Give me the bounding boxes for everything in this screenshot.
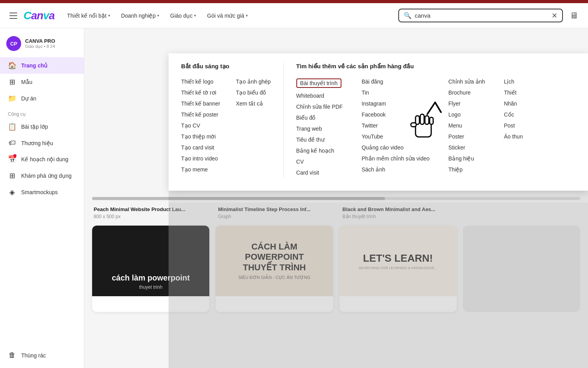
menu-item-poster[interactable]: Poster xyxy=(448,131,485,142)
user-info: CANVA PRO Giáo dục • 8 24 xyxy=(25,38,78,49)
hamburger-line xyxy=(9,15,17,16)
trash-icon: 🗑 xyxy=(8,351,16,359)
menu-item-ao-thun[interactable]: Áo thun xyxy=(504,131,523,142)
menu-item-thiet-ke-to-roi[interactable]: Thiết kế tờ rơi xyxy=(181,87,220,98)
menu-item-thiet-ke-banner[interactable]: Thiết kế banner xyxy=(181,98,220,109)
nav-goi-gia[interactable]: Gói và mức giá ▾ xyxy=(202,9,252,22)
product-col-3: Bài thuyết trình Whiteboard Chỉnh sửa fi… xyxy=(296,76,343,178)
nav-giao-duc[interactable]: Giáo dục ▾ xyxy=(165,9,201,22)
menu-item-tao-cv[interactable]: Tạo CV xyxy=(181,120,220,131)
menu-col-2: Tạo ảnh ghép Tạo biểu đồ Xem tất cả xyxy=(236,76,271,175)
hamburger-line xyxy=(9,18,17,19)
sidebar: CP CANVA PRO Giáo dục • 8 24 🏠 Trang chủ… xyxy=(0,28,84,368)
search-input[interactable] xyxy=(415,12,552,19)
menu-item-menu[interactable]: Menu xyxy=(448,120,485,131)
search-clear-button[interactable]: ✕ xyxy=(552,12,557,19)
hamburger-line xyxy=(9,13,17,13)
menu-item-twitter[interactable]: Twitter xyxy=(361,120,429,131)
menu-item-instagram[interactable]: Instagram xyxy=(361,98,429,109)
sidebar-item-thuong-hieu[interactable]: 🏷 Thương hiệu xyxy=(0,135,84,151)
menu-item-sticker[interactable]: Sticker xyxy=(448,142,485,153)
menu-item-chinh-sua-pdf[interactable]: Chỉnh sửa file PDF xyxy=(296,101,343,112)
nav-doanh-nghiep[interactable]: Doanh nghiệp ▾ xyxy=(116,9,164,22)
menu-item-bai-dang[interactable]: Bài đăng xyxy=(361,76,429,87)
sidebar-item-bai-tap[interactable]: 📋 Bài tập lớp xyxy=(0,118,84,135)
menu-item-lich[interactable]: Lịch xyxy=(504,76,523,87)
sidebar-item-smartmockups[interactable]: ◈ Smartmockups xyxy=(0,184,84,200)
sidebar-item-du-an[interactable]: 📁 Dự án xyxy=(0,90,84,107)
menu-item-brochure[interactable]: Brochure xyxy=(448,87,485,98)
menu-item-chinh-sua-anh[interactable]: Chỉnh sửa ảnh xyxy=(448,76,485,87)
chevron-down-icon: ▾ xyxy=(194,13,196,18)
notification-dot xyxy=(13,154,16,157)
logo[interactable]: Canva xyxy=(24,9,54,22)
menu-item-tao-anh-ghep[interactable]: Tạo ảnh ghép xyxy=(236,76,271,87)
chevron-down-icon: ▾ xyxy=(157,13,159,18)
menu-item-flyer[interactable]: Flyer xyxy=(448,98,485,109)
sidebar-item-mau[interactable]: ⊞ Mẫu xyxy=(0,74,84,90)
sidebar-section-tools: Công cụ xyxy=(0,107,84,118)
apps-icon: ⊞ xyxy=(8,171,16,180)
menu-item-tin[interactable]: Tin xyxy=(361,87,429,98)
navbar: Canva Thiết kế nổi bật ▾ Doanh nghiệp ▾ … xyxy=(0,3,588,28)
sidebar-item-thung-rac[interactable]: 🗑 Thùng rác xyxy=(0,347,84,363)
menu-item-thiet-ke-poster[interactable]: Thiết kế poster xyxy=(181,109,220,120)
body-layout: CP CANVA PRO Giáo dục • 8 24 🏠 Trang chủ… xyxy=(0,28,588,368)
menu-section-title-1: Bắt đầu sáng tạo xyxy=(181,63,271,70)
menu-item-cv[interactable]: CV xyxy=(296,156,343,167)
menu-item-xem-tat-ca[interactable]: Xem tất cả xyxy=(236,98,271,109)
menu-item-quang-cao-video[interactable]: Quảng cáo video xyxy=(361,142,429,153)
menu-item-whiteboard[interactable]: Whiteboard xyxy=(296,90,343,101)
menu-item-post[interactable]: Post xyxy=(504,120,523,131)
main-content: Bắt đầu sáng tạo Thiết kế logo Thiết kế … xyxy=(84,28,588,368)
nav-thiet-ke[interactable]: Thiết kế nổi bật ▾ xyxy=(62,9,115,22)
product-col-6: Lịch Thiết Nhãn Cốc Post Áo thun xyxy=(504,76,523,178)
menu-item-card-visit[interactable]: Card visit xyxy=(296,167,343,178)
menu-item-tao-bieu-do[interactable]: Tạo biểu đồ xyxy=(236,87,271,98)
menu-item-sach-anh[interactable]: Sách ảnh xyxy=(361,164,429,175)
logo-text: Canva xyxy=(24,9,54,22)
hamburger-button[interactable] xyxy=(6,9,20,23)
menu-item-tao-meme[interactable]: Tạo meme xyxy=(181,164,220,175)
search-bar: 🔍 ✕ xyxy=(398,9,563,22)
menu-item-coc[interactable]: Cốc xyxy=(504,109,523,120)
template-icon: ⊞ xyxy=(8,78,16,86)
dropdown-overlay[interactable]: Bắt đầu sáng tạo Thiết kế logo Thiết kế … xyxy=(169,53,588,368)
menu-item-tieu-de-thu[interactable]: Tiêu đề thư xyxy=(296,134,343,145)
menu-item-phan-mem-chinh-sua[interactable]: Phần mềm chỉnh sửa video xyxy=(361,153,429,164)
menu-item-thiet[interactable]: Thiết xyxy=(504,87,523,98)
menu-item-trang-web[interactable]: Trang web xyxy=(296,123,343,134)
menu-item-bieu-do[interactable]: Biểu đồ xyxy=(296,112,343,123)
menu-item-tao-card-visit[interactable]: Tạo card visit xyxy=(181,142,220,153)
sidebar-item-kham-pha[interactable]: ⊞ Khám phá ứng dụng xyxy=(0,168,84,184)
monitor-icon[interactable]: 🖥 xyxy=(566,8,582,24)
menu-item-thiet-ke-logo[interactable]: Thiết kế logo xyxy=(181,76,220,87)
menu-item-bang-ke-hoach[interactable]: Bảng kế hoạch xyxy=(296,145,343,156)
menu-item-thiep[interactable]: Thiệp xyxy=(448,164,485,175)
card-overlay-sub-1: thuyet trinh xyxy=(139,284,162,290)
menu-item-logo[interactable]: Logo xyxy=(448,109,485,120)
menu-item-facebook[interactable]: Facebook xyxy=(361,109,429,120)
dim-overlay xyxy=(169,202,588,368)
menu-section-title-2: Tìm hiểu thêm về các sản phẩm hàng đầu xyxy=(296,63,575,70)
menu-item-nhan[interactable]: Nhãn xyxy=(504,98,523,109)
user-profile[interactable]: CP CANVA PRO Giáo dục • 8 24 xyxy=(0,33,84,57)
product-col-5: Chỉnh sửa ảnh Brochure Flyer Logo Menu P… xyxy=(448,76,485,178)
home-icon: 🏠 xyxy=(8,61,16,70)
menu-item-bai-thuyet-trinh[interactable]: Bài thuyết trình xyxy=(296,76,343,90)
menu-item-tao-thiep-moi[interactable]: Tạo thiệp mời xyxy=(181,131,220,142)
menu-item-youtube[interactable]: YouTube xyxy=(361,131,429,142)
menu-item-bang-hieu[interactable]: Bảng hiệu xyxy=(448,153,485,164)
avatar: CP xyxy=(6,36,21,51)
sidebar-item-trang-chu[interactable]: 🏠 Trang chủ xyxy=(0,57,84,74)
menu-columns-1: Thiết kế logo Thiết kế tờ rơi Thiết kế b… xyxy=(181,76,271,175)
user-meta: Giáo dục • 8 24 xyxy=(25,44,78,49)
menu-section-bat-dau: Bắt đầu sáng tạo Thiết kế logo Thiết kế … xyxy=(181,63,271,178)
products-columns: Bài thuyết trình Whiteboard Chỉnh sửa fi… xyxy=(296,76,575,178)
highlight-box[interactable]: Bài thuyết trình xyxy=(296,78,341,88)
dropdown-menu: Bắt đầu sáng tạo Thiết kế logo Thiết kế … xyxy=(169,53,588,191)
sidebar-item-ke-hoach[interactable]: 📅 Kế hoạch nội dung xyxy=(0,151,84,168)
menu-col-1: Thiết kế logo Thiết kế tờ rơi Thiết kế b… xyxy=(181,76,220,175)
menu-item-tao-intro-video[interactable]: Tạo intro video xyxy=(181,153,220,164)
menu-section-san-pham: Tìm hiểu thêm về các sản phẩm hàng đầu B… xyxy=(296,63,575,178)
